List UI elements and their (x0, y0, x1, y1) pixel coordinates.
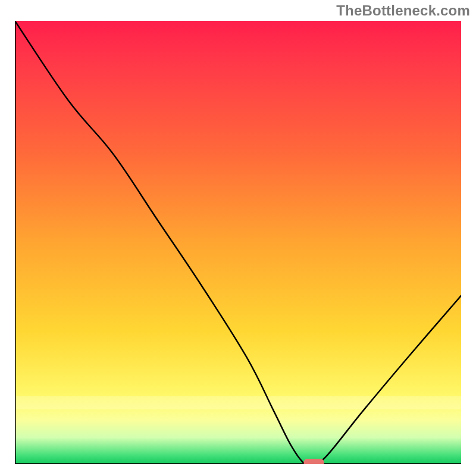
optimum-marker (304, 459, 324, 464)
chart-container: TheBottleneck.com (0, 0, 476, 476)
watermark-text: TheBottleneck.com (336, 2, 470, 19)
axes (15, 21, 461, 464)
chart-svg (15, 21, 461, 464)
chart-plot-area (15, 21, 461, 464)
bottleneck-curve (15, 21, 461, 464)
